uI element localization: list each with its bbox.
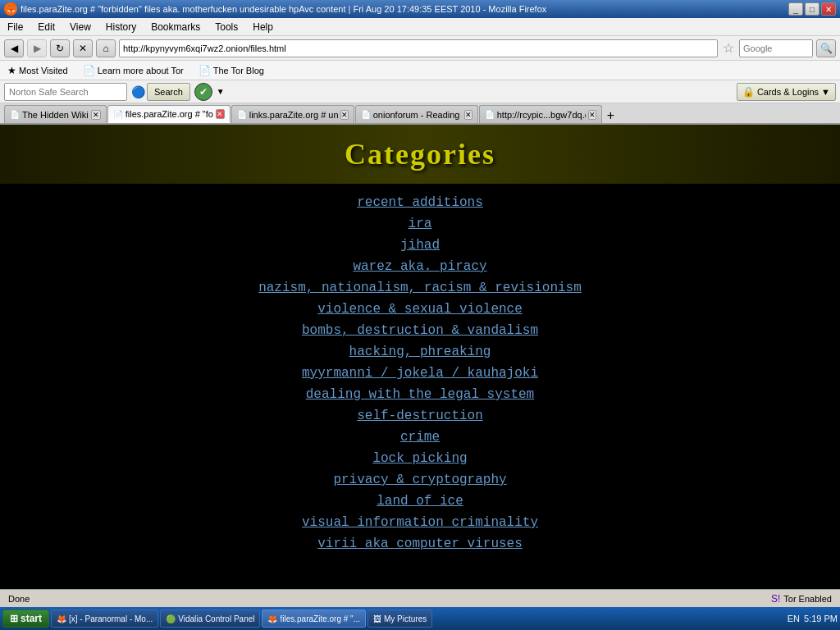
windows-logo: ⊞ <box>10 613 18 624</box>
tab-parazite-label: files.paraZite.org # "fo... <box>126 109 213 119</box>
bookmark-most-visited[interactable]: ★ Most Visited <box>4 64 71 77</box>
cards-dropdown-arrow: ▼ <box>821 87 830 97</box>
category-link-7[interactable]: hacking, phreaking <box>0 341 840 363</box>
categories-header: Categories <box>0 125 840 184</box>
tabs-bar: 📄 The Hidden Wiki ✕ 📄 files.paraZite.org… <box>0 103 840 125</box>
bookmark-learn-tor-label: Learn more about Tor <box>98 66 184 75</box>
category-link-8[interactable]: myyrmanni / jokela / kauhajoki <box>0 363 840 384</box>
tab-close-links[interactable]: ✕ <box>340 110 349 120</box>
back-button[interactable]: ◀ <box>4 39 24 57</box>
tab-close-rcypic[interactable]: ✕ <box>588 110 596 120</box>
window-title: files.paraZite.org # "forbidden" files a… <box>21 4 546 14</box>
category-link-14[interactable]: land of ice <box>0 491 840 512</box>
dropdown-arrow[interactable]: ▼ <box>217 87 225 96</box>
tab-rcypic-label: http://rcypic...bgw7dq.onion/ <box>497 110 586 120</box>
browser-icon: 🦊 <box>4 2 17 16</box>
norton-logo-icon: 🔵 <box>131 85 145 98</box>
menu-file[interactable]: File <box>4 21 26 34</box>
taskbar-paranormal[interactable]: 🦊 [x] - Paranormal - Mo... <box>51 609 158 628</box>
taskbar-icon-vidalia: 🟢 <box>166 614 176 623</box>
address-bar-container <box>119 39 718 57</box>
category-link-6[interactable]: bombs, destruction & vandalism <box>0 320 840 341</box>
start-button[interactable]: ⊞ start <box>2 609 49 628</box>
menu-view[interactable]: View <box>66 21 94 34</box>
taskbar-icon-paranormal: 🦊 <box>57 614 66 623</box>
taskbar-time: 5:19 PM <box>804 614 838 623</box>
cards-logins-button[interactable]: 🔒 Cards & Logins ▼ <box>737 83 836 101</box>
content-area: recent additionsirajihadwarez aka. pirac… <box>0 184 840 571</box>
menu-help[interactable]: Help <box>249 21 276 34</box>
stop-button[interactable]: ✕ <box>73 39 93 57</box>
category-link-15[interactable]: visual information criminality <box>0 512 840 533</box>
star-icon: ★ <box>7 65 16 76</box>
category-link-13[interactable]: privacy & cryptography <box>0 469 840 491</box>
search-input[interactable] <box>743 43 809 53</box>
norton-search-input[interactable] <box>4 83 127 101</box>
page-icon: 📄 <box>83 65 95 76</box>
tab-onionforum[interactable]: 📄 onionforum - Reading Topic... ✕ <box>355 105 478 123</box>
tab-links-parazite[interactable]: 📄 links.paraZite.org # underg... ✕ <box>231 105 354 123</box>
tab-close-hidden-wiki[interactable]: ✕ <box>91 110 101 120</box>
taskbar-vidalia[interactable]: 🟢 Vidalia Control Panel <box>160 609 260 628</box>
search-button[interactable]: Search <box>147 83 190 101</box>
search-go-button[interactable]: 🔍 <box>816 39 836 57</box>
tab-icon-links: 📄 <box>237 110 247 119</box>
reload-button[interactable]: ↻ <box>50 39 70 57</box>
category-link-10[interactable]: self-destruction <box>0 405 840 427</box>
close-button[interactable]: ✕ <box>821 2 836 16</box>
tab-close-onionforum[interactable]: ✕ <box>464 110 472 120</box>
tab-icon-parazite: 📄 <box>113 110 123 119</box>
tab-parazite[interactable]: 📄 files.paraZite.org # "fo... ✕ <box>107 105 231 123</box>
taskbar-parazite[interactable]: 🦊 files.paraZite.org # "... <box>262 609 365 628</box>
tor-status: S! Tor Enabled <box>771 593 832 605</box>
bookmarks-bar: ★ Most Visited 📄 Learn more about Tor 📄 … <box>0 61 840 80</box>
main-content: Categories recent additionsirajihadwarez… <box>0 125 840 589</box>
category-link-5[interactable]: violence & sexual violence <box>0 299 840 320</box>
menu-edit[interactable]: Edit <box>34 21 58 34</box>
bookmark-star[interactable]: ☆ <box>721 40 736 56</box>
tor-s-icon: S! <box>771 593 780 605</box>
checkmark-button[interactable]: ✔ <box>194 83 212 101</box>
category-link-3[interactable]: warez aka. piracy <box>0 256 840 277</box>
bookmark-tor-blog[interactable]: 📄 The Tor Blog <box>195 64 267 77</box>
forward-button[interactable]: ▶ <box>27 39 47 57</box>
cards-logins-label: Cards & Logins <box>757 87 819 97</box>
nav-bar: ◀ ▶ ↻ ✕ ⌂ ☆ 🔍 <box>0 36 840 61</box>
tab-onionforum-label: onionforum - Reading Topic... <box>373 110 462 120</box>
tab-hidden-wiki[interactable]: 📄 The Hidden Wiki ✕ <box>4 105 107 123</box>
menu-tools[interactable]: Tools <box>212 21 241 34</box>
category-link-11[interactable]: crime <box>0 427 840 448</box>
new-tab-button[interactable]: + <box>603 108 619 123</box>
taskbar-lang: EN <box>788 614 800 623</box>
category-link-1[interactable]: ira <box>0 213 840 235</box>
tab-icon-onionforum: 📄 <box>361 110 371 119</box>
category-link-4[interactable]: nazism, nationalism, racism & revisionis… <box>0 277 840 299</box>
category-link-0[interactable]: recent additions <box>0 192 840 213</box>
minimize-button[interactable]: _ <box>788 2 803 16</box>
category-link-12[interactable]: lock picking <box>0 448 840 469</box>
category-link-16[interactable]: virii aka computer viruses <box>0 533 840 555</box>
home-button[interactable]: ⌂ <box>96 39 116 57</box>
tab-links-label: links.paraZite.org # underg... <box>249 110 338 120</box>
title-bar: 🦊 files.paraZite.org # "forbidden" files… <box>0 0 840 18</box>
tab-hidden-wiki-label: The Hidden Wiki <box>22 110 89 120</box>
menu-bookmarks[interactable]: Bookmarks <box>148 21 203 34</box>
tab-icon-rcypic: 📄 <box>485 110 495 119</box>
search-toolbar: 🔵 Search ✔ ▼ 🔒 Cards & Logins ▼ <box>0 80 840 103</box>
tab-close-parazite[interactable]: ✕ <box>216 109 225 119</box>
taskbar-pictures[interactable]: 🖼 My Pictures <box>368 609 432 628</box>
taskbar: ⊞ start 🦊 [x] - Paranormal - Mo... 🟢 Vid… <box>0 607 840 630</box>
menu-history[interactable]: History <box>103 21 139 34</box>
address-bar[interactable] <box>123 43 714 53</box>
tab-icon-hidden-wiki: 📄 <box>10 110 20 119</box>
lock-icon: 🔒 <box>742 86 755 98</box>
status-bar: Done S! Tor Enabled <box>0 589 840 607</box>
bookmark-learn-tor[interactable]: 📄 Learn more about Tor <box>80 64 187 77</box>
category-link-2[interactable]: jihad <box>0 235 840 256</box>
taskbar-icon-parazite: 🦊 <box>267 614 277 623</box>
page-icon-2: 📄 <box>199 65 211 76</box>
category-link-9[interactable]: dealing with the legal system <box>0 384 840 405</box>
status-text: Done <box>8 594 30 604</box>
tab-rcypic[interactable]: 📄 http://rcypic...bgw7dq.onion/ ✕ <box>479 105 602 123</box>
maximize-button[interactable]: □ <box>805 2 819 16</box>
